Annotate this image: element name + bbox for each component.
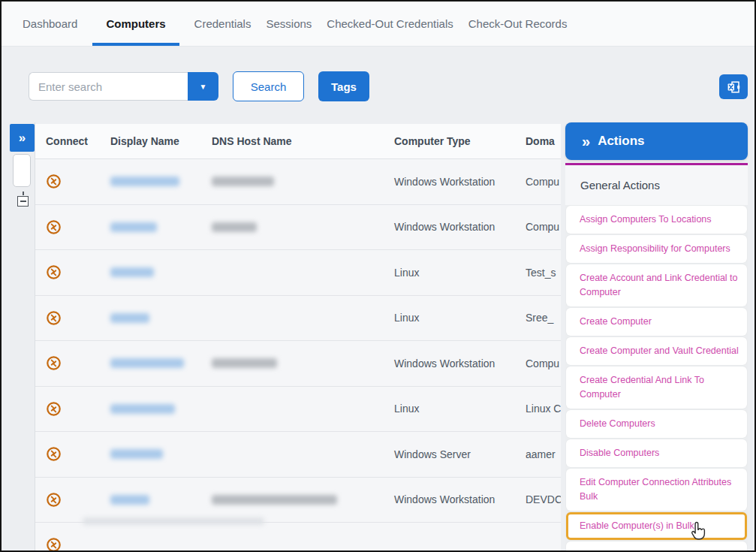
table-row bbox=[35, 523, 561, 550]
computer-type-cell: Linux bbox=[394, 403, 526, 415]
search-input[interactable] bbox=[29, 72, 188, 101]
tab-sessions[interactable]: Sessions bbox=[266, 2, 312, 46]
computer-type-cell: Windows Workstation bbox=[394, 493, 526, 505]
action-item-label: Disable Computers bbox=[580, 448, 659, 458]
tab-dashboard[interactable]: Dashboard bbox=[23, 2, 77, 46]
dns-host-name-cell bbox=[212, 176, 394, 186]
dns-host-name-cell bbox=[212, 222, 394, 232]
dns-host-name-cell bbox=[212, 495, 394, 505]
redacted-band bbox=[83, 517, 264, 525]
actions-body: General Actions Assign Computers To Loca… bbox=[565, 165, 748, 550]
tab-computers[interactable]: Computers bbox=[92, 2, 179, 46]
computers-table: ConnectDisplay NameDNS Host NameComputer… bbox=[35, 124, 561, 550]
display-name-cell[interactable] bbox=[110, 313, 212, 323]
action-item[interactable]: Assign Computers To Locations bbox=[566, 206, 747, 234]
action-item-label: Assign Responsibility for Computers bbox=[580, 243, 730, 254]
tab-check-out-records[interactable]: Check-Out Records bbox=[468, 2, 568, 46]
display-name-cell[interactable] bbox=[110, 495, 212, 505]
display-name-cell[interactable] bbox=[110, 267, 212, 277]
action-item[interactable]: Create Account and Link Credential to Co… bbox=[566, 264, 747, 306]
computer-type-cell: Windows Server bbox=[394, 448, 526, 460]
action-item[interactable]: Create Credential And Link To Computer bbox=[566, 366, 747, 409]
display-name-cell[interactable] bbox=[110, 358, 212, 368]
display-name-cell[interactable] bbox=[110, 176, 212, 186]
action-item[interactable]: Grant Computer Access bbox=[566, 541, 747, 552]
computer-type-cell: Linux bbox=[394, 312, 526, 324]
search-dropdown-button[interactable]: ▼ bbox=[188, 72, 218, 101]
action-item-label: Create Computer and Vault Credential bbox=[580, 345, 739, 356]
domain-cell: Test_s bbox=[526, 267, 561, 279]
domain-cell: Linux C bbox=[526, 403, 561, 415]
remote-connect-icon bbox=[46, 492, 62, 508]
action-item[interactable]: Assign Responsibility for Computers bbox=[566, 235, 747, 263]
domain-cell: Compu bbox=[526, 176, 561, 188]
table-row: Windows WorkstationDEVDC bbox=[35, 478, 561, 523]
display-name-cell[interactable] bbox=[110, 449, 212, 459]
action-item[interactable]: Enable Computer(s) in Bulk bbox=[566, 512, 747, 540]
column-header: Connect bbox=[35, 135, 110, 147]
app-window: DashboardComputersCredentialsSessionsChe… bbox=[0, 0, 756, 552]
connect-button[interactable] bbox=[46, 219, 62, 235]
domain-cell: DEVDC bbox=[526, 493, 561, 505]
remote-connect-icon bbox=[46, 173, 62, 189]
action-item-label: Assign Computers To Locations bbox=[580, 214, 712, 225]
connect-button[interactable] bbox=[46, 401, 62, 417]
column-header: Display Name bbox=[110, 135, 212, 147]
nav-tabs: DashboardComputersCredentialsSessionsChe… bbox=[23, 2, 567, 46]
search-group: ▼ bbox=[29, 72, 218, 101]
table-row: LinuxTest_s bbox=[35, 250, 561, 296]
computer-type-cell: Windows Workstation bbox=[394, 176, 526, 188]
action-item-label: Create Account and Link Credential to Co… bbox=[580, 273, 738, 297]
table-body: Windows WorkstationCompu Windows Worksta… bbox=[35, 159, 561, 550]
column-header: Computer Type bbox=[394, 135, 526, 147]
action-item[interactable]: Create Computer bbox=[566, 308, 747, 336]
column-header: Doma bbox=[526, 135, 561, 147]
table-row: Windows Serveraamer bbox=[35, 432, 561, 478]
connect-button[interactable] bbox=[46, 264, 62, 280]
action-item-label: Delete Computers bbox=[580, 418, 655, 429]
computer-type-cell: Windows Workstation bbox=[394, 357, 526, 370]
table-row: Windows WorkstationCompu bbox=[35, 205, 561, 251]
action-item[interactable]: Delete Computers bbox=[566, 410, 747, 438]
search-button[interactable]: Search bbox=[233, 71, 304, 101]
tab-credentials[interactable]: Credentials bbox=[194, 2, 251, 46]
dns-host-name-cell bbox=[212, 358, 394, 368]
connect-button[interactable] bbox=[46, 355, 62, 371]
excel-export-button[interactable] bbox=[719, 74, 748, 99]
remote-connect-icon bbox=[46, 264, 62, 280]
excel-export-icon bbox=[726, 80, 741, 95]
caret-down-icon: ▼ bbox=[200, 83, 207, 91]
display-name-cell[interactable] bbox=[110, 404, 212, 414]
action-item-label: Create Computer bbox=[580, 316, 652, 327]
actions-panel-title: Actions bbox=[598, 134, 644, 149]
computer-type-cell: Linux bbox=[394, 267, 526, 279]
connect-button[interactable] bbox=[46, 446, 62, 462]
actions-panel: » Actions General Actions Assign Compute… bbox=[565, 122, 748, 550]
action-item[interactable]: Create Computer and Vault Credential bbox=[566, 337, 747, 365]
action-item-label: Enable Computer(s) in Bulk bbox=[580, 520, 694, 531]
domain-cell: Compu bbox=[526, 221, 561, 233]
action-item-label: Create Credential And Link To Computer bbox=[580, 375, 704, 400]
domain-cell: Compu bbox=[526, 357, 561, 370]
display-name-cell[interactable] bbox=[110, 222, 212, 232]
connect-button[interactable] bbox=[46, 173, 62, 189]
table-row: Windows WorkstationCompu bbox=[35, 341, 561, 387]
domain-cell: Sree_ bbox=[526, 312, 561, 324]
tags-button[interactable]: Tags bbox=[318, 71, 369, 101]
action-item[interactable]: Disable Computers bbox=[566, 439, 747, 467]
sidebar-expand-button[interactable]: » bbox=[10, 124, 35, 152]
connect-button[interactable] bbox=[46, 537, 62, 550]
top-nav: DashboardComputersCredentialsSessionsChe… bbox=[2, 2, 754, 47]
actions-panel-header[interactable]: » Actions bbox=[565, 122, 748, 160]
connect-button[interactable] bbox=[46, 310, 62, 326]
tab-checked-out-credentials[interactable]: Checked-Out Credentials bbox=[327, 2, 453, 46]
tree-collapse-icon[interactable] bbox=[17, 192, 30, 208]
remote-connect-icon bbox=[46, 401, 62, 417]
connect-button[interactable] bbox=[46, 492, 62, 508]
table-row: Windows WorkstationCompu bbox=[35, 159, 561, 205]
remote-connect-icon bbox=[46, 310, 62, 326]
double-chevron-right-icon: » bbox=[582, 134, 590, 149]
action-item[interactable]: Edit Computer Connection Attributes Bulk bbox=[566, 469, 747, 511]
computer-type-cell: Windows Workstation bbox=[394, 221, 526, 233]
actions-list: Assign Computers To LocationsAssign Resp… bbox=[565, 205, 748, 552]
